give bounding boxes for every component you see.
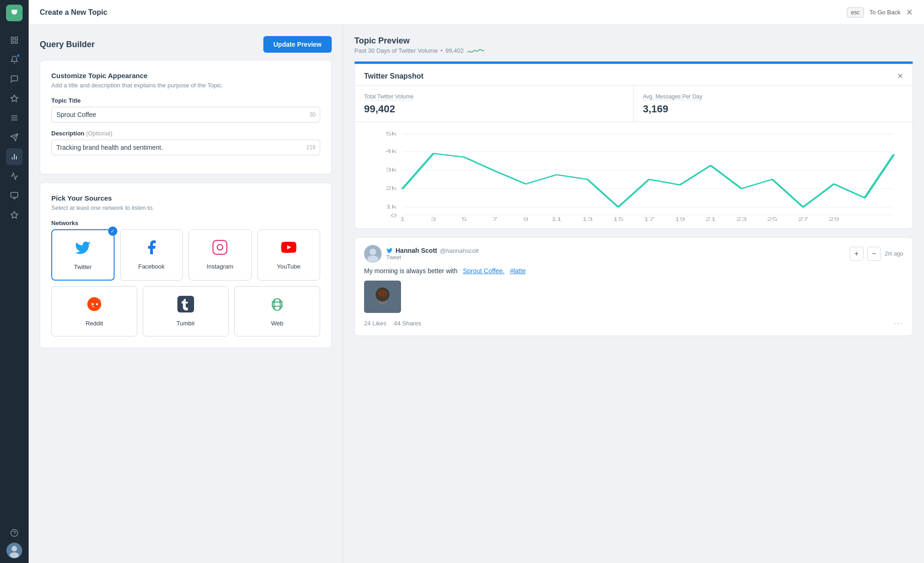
reddit-icon	[86, 296, 103, 316]
network-tumblr[interactable]: Tumblr	[143, 286, 229, 337]
svg-text:15: 15	[613, 217, 624, 222]
svg-text:2k: 2k	[386, 185, 397, 191]
tweet-username: Hannah Scott	[395, 247, 437, 254]
sidebar-item-send[interactable]	[6, 129, 23, 146]
web-icon	[269, 296, 286, 316]
tweet-image	[364, 281, 401, 313]
appearance-card-title: Customize Topic Appearance	[51, 72, 320, 80]
svg-text:13: 13	[582, 217, 593, 222]
svg-point-24	[87, 297, 101, 311]
sources-card: Pick Your Sources Select at least one ne…	[40, 183, 332, 348]
avg-messages-box: Avg. Messages Per Day 3,169	[634, 86, 913, 122]
tweet-avatar	[364, 245, 382, 263]
tweet-handle: @hannahscott	[440, 247, 479, 254]
tweet-likes: 24 Likes	[364, 320, 386, 327]
svg-rect-1	[15, 37, 18, 39]
chart-svg: 5k 4k 3k 2k 1k 0 1 Dec 3 5 7	[364, 129, 903, 222]
instagram-icon	[212, 239, 228, 259]
svg-point-20	[10, 552, 19, 558]
youtube-icon	[280, 239, 297, 259]
sidebar-bottom	[6, 523, 23, 558]
tweet-platform-icon	[386, 247, 393, 254]
snapshot-stats: Total Twitter Volume 99,402 Avg. Message…	[355, 85, 912, 122]
tumblr-icon	[177, 296, 194, 316]
svg-text:25: 25	[767, 217, 778, 222]
topic-preview-sub: Past 30 Days of Twitter Volume • 99,402	[354, 47, 913, 54]
network-facebook-label: Facebook	[138, 263, 164, 270]
network-tumblr-label: Tumblr	[176, 320, 195, 327]
svg-text:19: 19	[675, 217, 685, 222]
close-button[interactable]: ✕	[906, 7, 913, 18]
svg-text:0: 0	[391, 213, 397, 218]
tweet-shares: 44 Shares	[394, 320, 421, 327]
network-reddit-label: Reddit	[85, 320, 103, 327]
sidebar-item-automation[interactable]	[6, 187, 23, 204]
tweet-include-button[interactable]: +	[850, 247, 863, 261]
sidebar-item-list[interactable]	[6, 110, 23, 126]
header-right: esc To Go Back ✕	[847, 7, 913, 18]
network-youtube[interactable]: YouTube	[257, 229, 321, 281]
snapshot-card: Twitter Snapshot ✕ Total Twitter Volume …	[354, 64, 913, 229]
svg-text:3k: 3k	[386, 167, 397, 172]
sidebar-item-pin[interactable]	[6, 90, 23, 107]
network-web[interactable]: Web	[234, 286, 320, 337]
tweet-more-button[interactable]: ···	[894, 318, 903, 328]
tweet-exclude-button[interactable]: −	[867, 247, 881, 261]
svg-point-25	[98, 300, 101, 302]
tweet-header: Hannah Scott @hannahscott Tweet + − 2m a…	[364, 245, 903, 263]
svg-text:5: 5	[462, 217, 467, 222]
svg-text:3: 3	[431, 217, 436, 222]
tweet-hashtag[interactable]: #latte	[510, 267, 526, 275]
sidebar-item-notifications[interactable]	[6, 51, 23, 68]
app-logo[interactable]	[6, 5, 23, 21]
svg-marker-15	[11, 212, 18, 218]
topic-title-wrapper: 30	[51, 107, 320, 122]
update-preview-button[interactable]: Update Preview	[263, 36, 332, 53]
svg-point-59	[367, 256, 378, 262]
snapshot-close-button[interactable]: ✕	[897, 72, 903, 80]
network-instagram[interactable]: Instagram	[188, 229, 252, 281]
network-twitter[interactable]: ✓ Twitter	[51, 229, 115, 281]
svg-point-19	[12, 546, 17, 551]
sidebar-item-analytics[interactable]	[6, 148, 23, 165]
desc-wrapper: 219	[51, 140, 320, 155]
sources-desc: Select at least one network to listen to…	[51, 204, 320, 211]
tweet-type: Tweet	[386, 254, 479, 261]
svg-rect-12	[11, 192, 18, 197]
svg-text:17: 17	[644, 217, 654, 222]
facebook-icon	[143, 239, 160, 259]
network-youtube-label: YouTube	[277, 263, 300, 270]
sidebar-item-reports[interactable]	[6, 168, 23, 184]
network-facebook[interactable]: Facebook	[120, 229, 183, 281]
query-builder-header: Query Builder Update Preview	[40, 36, 332, 53]
user-avatar[interactable]	[6, 543, 22, 558]
sidebar-item-star[interactable]	[6, 207, 23, 223]
esc-key: esc	[847, 7, 864, 18]
sidebar-item-help[interactable]	[6, 525, 23, 541]
svg-text:9: 9	[523, 217, 529, 222]
sidebar-item-home[interactable]	[6, 32, 23, 49]
tweet-link[interactable]: Sprout Coffee.	[463, 267, 505, 275]
desc-char-count: 219	[306, 144, 316, 151]
network-web-label: Web	[271, 320, 284, 327]
total-volume-box: Total Twitter Volume 99,402	[355, 86, 634, 122]
total-volume-label: Total Twitter Volume	[364, 93, 413, 100]
svg-point-58	[370, 249, 376, 255]
topic-preview-title: Topic Preview	[354, 36, 913, 46]
svg-rect-2	[11, 41, 13, 43]
sources-title: Pick Your Sources	[51, 194, 320, 202]
topic-title-input[interactable]	[51, 107, 320, 122]
sidebar-item-messages[interactable]	[6, 71, 23, 87]
total-volume-value: 99,402	[364, 103, 624, 115]
snapshot-header: Twitter Snapshot ✕	[355, 64, 912, 85]
network-reddit[interactable]: Reddit	[51, 286, 137, 337]
main-container: Create a New Topic esc To Go Back ✕ Quer…	[29, 0, 924, 563]
chart-container: 5k 4k 3k 2k 1k 0 1 Dec 3 5 7	[355, 122, 912, 228]
description-input[interactable]	[51, 140, 320, 155]
right-panel: Topic Preview Past 30 Days of Twitter Vo…	[343, 25, 924, 563]
svg-rect-3	[15, 41, 18, 43]
desc-label: Description (Optional)	[51, 130, 320, 137]
network-instagram-label: Instagram	[207, 263, 233, 270]
svg-text:7: 7	[492, 217, 498, 222]
topic-title-char-count: 30	[310, 111, 316, 118]
